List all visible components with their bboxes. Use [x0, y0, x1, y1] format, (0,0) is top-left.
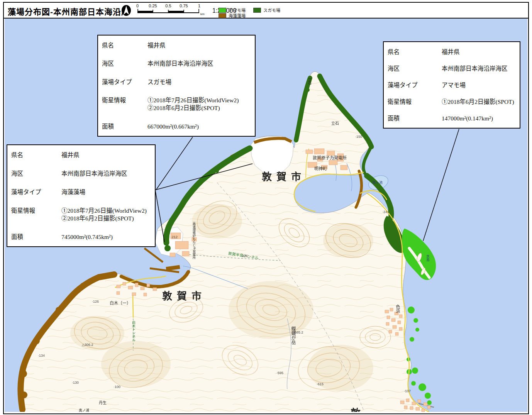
field-label: 海区 [102, 60, 147, 68]
field-label: 衛星情報 [11, 207, 61, 222]
mountain-label: 蠑螺が岳 [290, 326, 296, 345]
place-label: 立石 [308, 77, 312, 85]
scale-tick: 0.75 [180, 3, 188, 8]
satellite-line: ①2018年6月2日撮影(SPOT) [442, 98, 516, 106]
field-label: 衛星情報 [102, 97, 147, 112]
satellite-line: ②2018年6月2日撮影(SPOT) [61, 215, 151, 222]
spot-height: ·100 [114, 385, 120, 389]
field-label: 藻場タイプ [102, 78, 147, 86]
satellite-line: ①2018年7月26日撮(WorldView2) [61, 207, 151, 215]
field-label: 県名 [11, 151, 61, 159]
scale-unit: km [200, 12, 205, 16]
place-label: 奥ノ浦 [79, 408, 89, 412]
place-label: 丹生 [99, 400, 107, 405]
field-value: 147000m²(0.147km²) [442, 115, 516, 122]
field-label: 県名 [388, 48, 442, 56]
field-value: 667000m²(0.667km²) [147, 123, 251, 130]
scale-tick: 0 [136, 3, 139, 8]
city-label: 敦賀市 [162, 290, 206, 302]
field-value: 海藻藻場 [61, 188, 151, 196]
field-label: 海区 [11, 170, 61, 178]
spot-height: ·134 [38, 354, 45, 357]
legend-item-sugamo: スガモ場 [253, 7, 280, 13]
city-label-clipped: 敦 [351, 407, 365, 412]
legend-item-kaiso: 海藻藻場 [219, 12, 246, 19]
legend-swatch-amamo [219, 8, 226, 13]
lake-label: 猪ヶ池 [372, 180, 383, 185]
place-label: 白木（一） [110, 300, 131, 305]
field-label: 面積 [102, 123, 147, 130]
field-value: 本州南部日本海沿岸海区 [61, 170, 151, 178]
field-value: スガモ場 [147, 78, 251, 86]
field-value: 本州南部日本海沿岸海区 [442, 65, 516, 73]
tunnel-label: 白木トンネル [132, 320, 136, 342]
field-value: 福井県 [61, 151, 151, 159]
spot-height: ·241 [382, 210, 389, 214]
legend-swatch-kaiso [219, 13, 226, 18]
north-arrow-icon [120, 4, 133, 17]
spot-height: △306.2 [82, 343, 93, 347]
spot-height: ·130 [72, 381, 79, 385]
legend-label: 海藻藻場 [229, 12, 246, 19]
spot-height: ·212 [171, 235, 178, 239]
info-box-sugamo: 県名福井県 海区本州南部日本海沿岸海区 藻場タイプスガモ場 衛星情報 ①2018… [97, 35, 256, 137]
field-label: 県名 [102, 42, 147, 49]
spot-height: ·150 [355, 135, 362, 139]
field-label: 藻場タイプ [11, 188, 61, 196]
field-value: 本州南部日本海沿岸海区 [147, 60, 251, 68]
field-label: 衛星情報 [388, 98, 442, 106]
field-value: アマモ場 [442, 81, 516, 89]
place-label: 立石 [331, 121, 339, 125]
info-box-amamo: 県名福井県 海区本州南部日本海沿岸海区 藻場タイプアマモ場 衛星情報 ①2018… [383, 41, 520, 129]
field-value: ①2018年7月26日撮影(WorldView2) ②2018年6月2日撮影(S… [147, 97, 251, 112]
spot-height: ·426 [241, 254, 248, 258]
field-value: ①2018年7月26日撮(WorldView2) ②2018年6月2日撮影(SP… [61, 207, 151, 222]
village-label: 色浜 [395, 304, 400, 313]
legend-label: スガモ場 [263, 7, 280, 13]
legend-swatch-sugamo [253, 8, 261, 13]
place-label: 明神町 [314, 166, 327, 171]
field-label: 面積 [388, 115, 442, 122]
spot-height: ·595 [276, 371, 283, 375]
plant-label: 高速増殖炉もんじゅ発電所 [192, 222, 196, 259]
header-bar: 藻場分布図-本州南部日本海沿岸 0 0.25 0.5 0.75 1 km [4, 3, 528, 19]
island-label: 水島 [426, 254, 430, 262]
satellite-line: ①2018年7月26日撮影(WorldView2) [147, 97, 251, 104]
map-frame: 藻場分布図-本州南部日本海沿岸 0 0.25 0.5 0.75 1 km [3, 2, 529, 414]
scale-tick: 0.5 [165, 3, 171, 8]
scale-tick: 0.25 [149, 3, 157, 8]
spot-height: ·615 [317, 382, 324, 386]
field-label: 藻場タイプ [388, 81, 442, 89]
field-value: 745000m²(0.745km²) [61, 233, 151, 241]
field-value: 福井県 [442, 48, 516, 56]
field-value: 福井県 [147, 42, 251, 49]
info-box-kaiso: 県名福井県 海区本州南部日本海沿岸海区 藻場タイプ海藻藻場 衛星情報 ①2018… [7, 144, 156, 247]
page-title: 藻場分布図-本州南部日本海沿岸 [8, 5, 130, 17]
place-label: 敦賀原子力発電所 [313, 155, 347, 160]
field-label: 面積 [11, 233, 61, 241]
satellite-line: ②2018年6月2日撮影(SPOT) [147, 104, 251, 112]
city-label: 敦賀市 [262, 171, 306, 183]
scale-tick: 1 [198, 3, 200, 8]
spot-height: ·126 [92, 300, 99, 303]
field-value: ①2018年6月2日撮影(SPOT) [442, 98, 516, 106]
scale-bar-graphic [137, 9, 203, 14]
spot-height: ·107 [404, 389, 411, 393]
field-label: 海区 [388, 65, 442, 73]
spot-height: ·685.2 [293, 330, 303, 334]
